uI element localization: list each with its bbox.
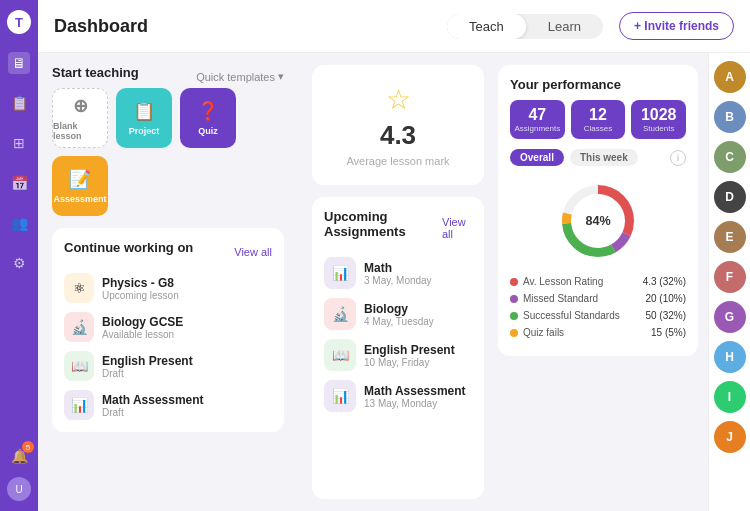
list-item[interactable]: 📖 English Present Draft bbox=[64, 351, 272, 381]
upcoming-view-all[interactable]: View all bbox=[442, 216, 472, 240]
avatar[interactable]: D bbox=[714, 181, 746, 213]
upcoming-title: Upcoming Assignments bbox=[324, 209, 442, 239]
list-item[interactable]: 📊 Math Assessment 13 May, Monday bbox=[324, 380, 472, 412]
badge-count: 5 bbox=[22, 441, 34, 453]
template-cards-container: ⊕ Blank lesson 📋 Project ❓ Quiz 📝 Assess… bbox=[52, 88, 284, 216]
continue-section: Continue working on View all ⚛ Physics -… bbox=[52, 228, 284, 432]
quick-templates-btn[interactable]: Quick templates ▾ bbox=[196, 70, 284, 83]
right-panel: Your performance 47 Assignments 12 Class… bbox=[498, 53, 708, 511]
nav-icon-monitor[interactable]: 🖥 bbox=[8, 52, 30, 74]
metric-row-successful: Successful Standards 50 (32%) bbox=[510, 310, 686, 321]
avatar[interactable]: G bbox=[714, 301, 746, 333]
middle-panel: ☆ 4.3 Average lesson mark Upcoming Assig… bbox=[298, 53, 498, 511]
list-item[interactable]: 📖 English Present 10 May, Friday bbox=[324, 339, 472, 371]
start-teaching-title: Start teaching bbox=[52, 65, 139, 80]
star-icon: ☆ bbox=[386, 83, 411, 116]
performance-stats: 47 Assignments 12 Classes 1028 Students bbox=[510, 100, 686, 139]
tab-learn[interactable]: Learn bbox=[526, 14, 603, 39]
tab-this-week[interactable]: This week bbox=[570, 149, 638, 166]
notification-badge[interactable]: 🔔 5 bbox=[8, 445, 30, 467]
continue-title: Continue working on bbox=[64, 240, 193, 255]
metric-row-quiz: Quiz fails 15 (5%) bbox=[510, 327, 686, 338]
app-logo[interactable]: T bbox=[7, 10, 31, 34]
metrics-list: Av. Lesson Rating 4.3 (32%) Missed Stand… bbox=[510, 276, 686, 338]
avatar[interactable]: A bbox=[714, 61, 746, 93]
biology-assignment-icon: 🔬 bbox=[324, 298, 356, 330]
continue-view-all[interactable]: View all bbox=[234, 246, 272, 258]
avatar[interactable]: E bbox=[714, 221, 746, 253]
body-content: Start teaching Quick templates ▾ ⊕ Blank… bbox=[38, 53, 750, 511]
avatar[interactable]: I bbox=[714, 381, 746, 413]
list-item[interactable]: ⚛ Physics - G8 Upcoming lesson bbox=[64, 273, 272, 303]
avatar[interactable]: J bbox=[714, 421, 746, 453]
template-quiz[interactable]: ❓ Quiz bbox=[180, 88, 236, 148]
nav-icon-clipboard[interactable]: 📋 bbox=[8, 92, 30, 114]
avatar[interactable]: F bbox=[714, 261, 746, 293]
avg-mark-label: Average lesson mark bbox=[346, 155, 449, 167]
quiz-icon: ❓ bbox=[197, 100, 219, 122]
nav-icon-grid[interactable]: ⊞ bbox=[8, 132, 30, 154]
donut-svg: 84% bbox=[553, 176, 643, 266]
start-teaching-section: Start teaching Quick templates ▾ ⊕ Blank… bbox=[52, 65, 284, 216]
stat-students: 1028 Students bbox=[631, 100, 686, 139]
metric-row-rating: Av. Lesson Rating 4.3 (32%) bbox=[510, 276, 686, 287]
list-item[interactable]: 🔬 Biology GCSE Available lesson bbox=[64, 312, 272, 342]
info-icon[interactable]: i bbox=[670, 150, 686, 166]
math-icon: 📊 bbox=[64, 390, 94, 420]
avatar[interactable]: C bbox=[714, 141, 746, 173]
performance-title: Your performance bbox=[510, 77, 686, 92]
dot-quiz bbox=[510, 329, 518, 337]
list-item[interactable]: 📊 Math Assessment Draft bbox=[64, 390, 272, 420]
tab-teach[interactable]: Teach bbox=[447, 14, 526, 39]
physics-icon: ⚛ bbox=[64, 273, 94, 303]
avg-mark-value: 4.3 bbox=[380, 120, 416, 151]
project-icon: 📋 bbox=[133, 100, 155, 122]
avatar[interactable]: H bbox=[714, 341, 746, 373]
avg-mark-card: ☆ 4.3 Average lesson mark bbox=[312, 65, 484, 185]
chevron-down-icon: ▾ bbox=[278, 70, 284, 83]
assessment-icon: 📝 bbox=[69, 168, 91, 190]
plus-icon: ⊕ bbox=[73, 95, 88, 117]
list-item[interactable]: 📊 Math 3 May, Monday bbox=[324, 257, 472, 289]
user-avatar-nav[interactable]: U bbox=[7, 477, 31, 501]
english-icon: 📖 bbox=[64, 351, 94, 381]
dot-missed bbox=[510, 295, 518, 303]
template-assessment[interactable]: 📝 Assessment bbox=[52, 156, 108, 216]
nav-icon-calendar[interactable]: 📅 bbox=[8, 172, 30, 194]
page-title: Dashboard bbox=[54, 16, 431, 37]
tab-overall[interactable]: Overall bbox=[510, 149, 564, 166]
main-content: Dashboard Teach Learn + Invite friends S… bbox=[38, 0, 750, 511]
performance-tabs: Overall This week i bbox=[510, 149, 686, 166]
stat-classes: 12 Classes bbox=[571, 100, 626, 139]
biology-icon: 🔬 bbox=[64, 312, 94, 342]
donut-center-text: 84% bbox=[585, 214, 610, 228]
english-assignment-icon: 📖 bbox=[324, 339, 356, 371]
left-navigation: T 🖥 📋 ⊞ 📅 👥 ⚙ 🔔 5 U bbox=[0, 0, 38, 511]
math-assignment-icon: 📊 bbox=[324, 257, 356, 289]
math-assessment-assignment-icon: 📊 bbox=[324, 380, 356, 412]
donut-chart: 84% bbox=[510, 176, 686, 266]
upcoming-card: Upcoming Assignments View all 📊 Math 3 M… bbox=[312, 197, 484, 499]
metric-row-missed: Missed Standard 20 (10%) bbox=[510, 293, 686, 304]
template-project[interactable]: 📋 Project bbox=[116, 88, 172, 148]
left-panel: Start teaching Quick templates ▾ ⊕ Blank… bbox=[38, 53, 298, 511]
list-item[interactable]: 🔬 Biology 4 May, Tuesday bbox=[324, 298, 472, 330]
invite-friends-button[interactable]: + Invite friends bbox=[619, 12, 734, 40]
performance-card: Your performance 47 Assignments 12 Class… bbox=[498, 65, 698, 356]
dot-successful bbox=[510, 312, 518, 320]
nav-icon-users[interactable]: 👥 bbox=[8, 212, 30, 234]
dot-rating bbox=[510, 278, 518, 286]
avatars-column: A B C D E F G H I J bbox=[708, 53, 750, 511]
stat-assignments: 47 Assignments bbox=[510, 100, 565, 139]
tab-group: Teach Learn bbox=[447, 14, 603, 39]
template-blank-lesson[interactable]: ⊕ Blank lesson bbox=[52, 88, 108, 148]
avatar[interactable]: B bbox=[714, 101, 746, 133]
header: Dashboard Teach Learn + Invite friends bbox=[38, 0, 750, 53]
nav-icon-settings[interactable]: ⚙ bbox=[8, 252, 30, 274]
